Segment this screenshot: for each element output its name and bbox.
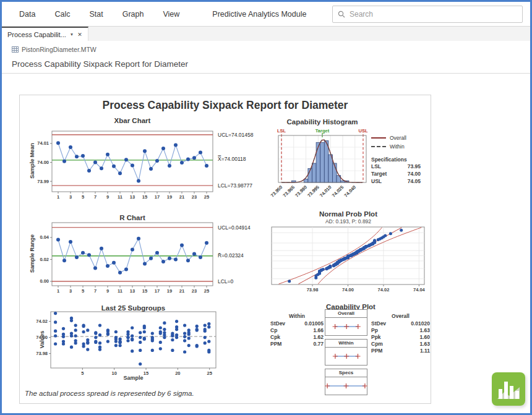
output-heading: Process Capability Sixpack Report for Di…	[12, 59, 530, 69]
within-stdev-label: StDev	[270, 320, 285, 327]
tab-process-capability[interactable]: Process Capabilit... ▼ ✕	[2, 27, 88, 41]
overall-cpm-value: 1.63	[419, 341, 430, 348]
svg-text:74.040: 74.040	[343, 184, 358, 199]
divider	[2, 73, 530, 74]
svg-text:0.00: 0.00	[40, 278, 49, 284]
svg-text:17: 17	[155, 194, 160, 200]
within-cp-label: Cp	[270, 327, 277, 334]
within-interval-box: Within	[325, 339, 367, 366]
overall-pp-value: 1.63	[419, 327, 430, 334]
within-cp-value: 1.66	[313, 327, 324, 334]
within-interval	[325, 348, 367, 365]
search-input[interactable]: Search	[332, 6, 523, 23]
svg-text:74.025: 74.025	[331, 184, 345, 199]
svg-text:15: 15	[142, 194, 147, 200]
xbar-ylabel: Sample Mean	[29, 130, 35, 191]
histogram-title: Capability Histogram	[270, 118, 374, 126]
sigma-footnote: The actual process spread is represented…	[25, 390, 194, 397]
svg-text:11: 11	[118, 194, 122, 200]
svg-text:73.99: 73.99	[37, 179, 49, 184]
svg-text:21: 21	[179, 194, 184, 200]
overall-ppm-value: 1.11	[420, 348, 430, 354]
xbar-chart: 73.9974.0074.01135791113151719212325	[26, 115, 286, 214]
spec-usl-value: 74.05	[408, 178, 421, 185]
svg-text:25: 25	[204, 194, 209, 200]
overall-stats: Overall StDev0.01020 Pp1.63 Ppk1.60 Cpm1…	[371, 313, 430, 354]
svg-text:74.01: 74.01	[37, 140, 49, 146]
menu-stat[interactable]: Stat	[89, 10, 103, 19]
svg-text:1: 1	[57, 288, 59, 294]
menu-graph[interactable]: Graph	[122, 10, 144, 19]
within-cpk-value: 1.62	[313, 334, 324, 341]
target-marker-label: Target	[311, 128, 333, 134]
overall-ppk-value: 1.60	[419, 334, 430, 341]
xbar-chart-panel: 73.9974.0074.01135791113151719212325 Xba…	[26, 115, 286, 214]
overall-pp-label: Pp	[371, 327, 378, 334]
svg-text:5: 5	[82, 194, 84, 200]
histogram-legend: Overall Within Specifications LSL73.95 T…	[371, 134, 431, 185]
spec-usl-label: USL	[371, 178, 382, 185]
svg-text:13: 13	[130, 194, 135, 200]
svg-text:0.02: 0.02	[40, 257, 49, 262]
output-tab-bar: Process Capabilit... ▼ ✕	[2, 27, 530, 41]
app-window: Data Calc Stat Graph View Predictive Ana…	[0, 0, 532, 415]
svg-text:21: 21	[179, 288, 184, 294]
overall-stats-title: Overall	[371, 313, 430, 319]
svg-text:74.010: 74.010	[319, 184, 333, 199]
overall-interval-box: Overall	[325, 309, 367, 336]
close-icon[interactable]: ✕	[77, 32, 82, 38]
within-ppm-label: PPM	[270, 341, 281, 348]
capability-interval-boxes: Overall Within Specs	[325, 309, 367, 398]
spec-target-label: Target	[371, 170, 387, 178]
svg-text:17: 17	[155, 288, 160, 294]
last-25-subgroups-panel: 73.9874.0074.02510152025 Last 25 Subgrou…	[26, 304, 286, 397]
svg-text:19: 19	[167, 288, 172, 294]
svg-text:74.00: 74.00	[37, 160, 49, 165]
usl-marker-label: USL	[354, 128, 372, 134]
svg-text:0.04: 0.04	[40, 234, 49, 240]
xbar-lcl-label: LCL=73.98777	[218, 182, 252, 189]
svg-text:19: 19	[167, 194, 172, 200]
svg-text:9: 9	[106, 194, 109, 200]
svg-text:74.04: 74.04	[413, 287, 426, 293]
menu-view[interactable]: View	[163, 10, 179, 19]
svg-text:23: 23	[192, 194, 197, 200]
within-cpk-label: Cpk	[270, 334, 280, 341]
svg-text:3: 3	[69, 288, 72, 294]
svg-text:5: 5	[82, 288, 84, 294]
worksheet-name[interactable]: PistonRingDiameter.MTW	[22, 46, 97, 53]
svg-text:73.995: 73.995	[306, 184, 320, 199]
search-placeholder: Search	[350, 10, 373, 19]
last25-xlabel: Sample	[51, 375, 216, 381]
r-lcl-label: LCL=0	[218, 278, 233, 285]
svg-text:73.950: 73.950	[270, 184, 284, 199]
menu-data[interactable]: Data	[19, 10, 35, 19]
within-stats-title: Within	[270, 313, 324, 319]
menu-predictive-analytics-module[interactable]: Predictive Analytics Module	[212, 10, 306, 19]
specifications-title: Specifications	[371, 156, 431, 163]
spec-target-value: 74.00	[408, 170, 421, 178]
prob-plot-title: Normal Prob Plot	[272, 210, 425, 218]
specs-box-label: Specs	[325, 369, 367, 377]
svg-text:9: 9	[106, 288, 109, 294]
r-chart-title: R Chart	[52, 214, 213, 221]
overall-stdev-value: 0.01020	[411, 320, 430, 327]
r-center-label: R̄=0.02324	[218, 252, 244, 259]
last-25-subgroups-chart: 73.9874.0074.02510152025	[26, 304, 286, 397]
spec-lsl-label: LSL	[371, 163, 381, 170]
svg-text:23: 23	[192, 288, 197, 294]
xbar-ucl-label: UCL=74.01458	[218, 132, 253, 138]
menu-calc[interactable]: Calc	[54, 10, 70, 19]
overall-interval	[325, 318, 367, 335]
report-page: Process Capability Sixpack Report for Di…	[19, 95, 431, 404]
within-box-label: Within	[325, 340, 367, 348]
xbar-chart-title: Xbar Chart	[52, 117, 213, 124]
legend-overall-label: Overall	[390, 135, 406, 141]
prob-plot-subtitle: AD: 0.193, P: 0.892	[272, 218, 425, 225]
svg-text:1: 1	[57, 194, 59, 200]
minitab-logo[interactable]	[492, 372, 525, 406]
xbar-center-label: X̿=74.00118	[218, 156, 246, 162]
r-ylabel: Sample Range	[29, 222, 35, 285]
last25-title: Last 25 Subgroups	[51, 304, 216, 312]
chevron-down-icon[interactable]: ▼	[70, 32, 74, 36]
